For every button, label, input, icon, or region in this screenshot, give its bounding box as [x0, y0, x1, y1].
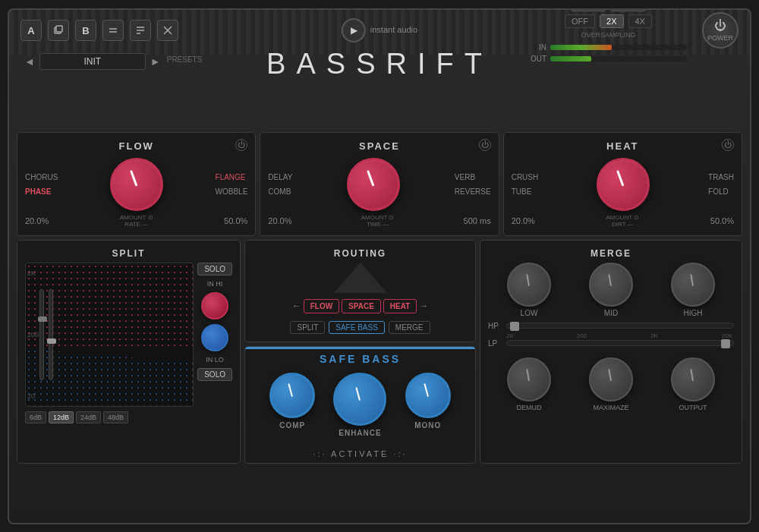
power-button[interactable]: ⏻ POWER: [702, 12, 739, 49]
flow-power-button[interactable]: ⏻: [235, 139, 247, 151]
split-content: 2K 200 20: [25, 263, 232, 407]
mid-label: MID: [604, 309, 618, 317]
top-bar: A B instant audio AGC: [9, 10, 750, 52]
lp-handle[interactable]: [721, 339, 730, 348]
hp-label: HP: [488, 322, 503, 330]
routing-safe-bass-btn[interactable]: SAFE BASS: [329, 321, 385, 334]
split-hi-knob[interactable]: [201, 292, 228, 320]
activate-label: ACTIVATE: [331, 449, 389, 458]
in-lo-label: IN LO: [206, 356, 224, 364]
tick-20k: 20K: [722, 332, 732, 339]
flow-right-pct: 50.0%: [224, 216, 247, 225]
comp-col: COMP: [269, 373, 315, 437]
clip-button[interactable]: CLIP: [610, 8, 645, 12]
routing-merge-btn[interactable]: MERGE: [389, 321, 430, 334]
comb-label: COMB: [268, 187, 292, 196]
activate-button[interactable]: ACTIVATE: [245, 445, 475, 463]
preset-btn-4[interactable]: [130, 20, 151, 41]
slider-2[interactable]: [49, 289, 53, 380]
merge-panel: MERGE LOW MID HIGH: [480, 240, 742, 464]
plugin-container: A B instant audio AGC: [8, 8, 751, 524]
mid-col: MID: [589, 263, 633, 317]
high-knob[interactable]: [671, 263, 715, 307]
heat-power-button[interactable]: ⏻: [722, 139, 734, 151]
heat-title: HEAT: [512, 140, 734, 152]
heat-dirt-label: DIRT —: [606, 221, 639, 228]
routing-arrow-left: ←: [292, 301, 301, 311]
db-12-button[interactable]: 12dB: [49, 411, 74, 423]
sampling-row: OFF 2X 4X: [565, 14, 652, 28]
in-meter-bar: [550, 45, 687, 50]
maximize-label: MAXIMAZE: [593, 404, 628, 411]
routing-triangle: [334, 263, 387, 293]
comp-knob[interactable]: [269, 373, 315, 418]
in-hi-label: IN HI: [207, 280, 223, 288]
power-label: POWER: [707, 34, 733, 42]
flow-module: FLOW ⏻ CHORUS PHASE FLANGE WOBBLE 20.0%: [17, 132, 256, 236]
routing-triangle-container: [253, 263, 468, 293]
safe-bass-title: SAFE BASS: [245, 349, 475, 369]
preset-prev-button[interactable]: ◄: [24, 55, 35, 68]
lp-slider[interactable]: [506, 340, 734, 346]
in-label: IN: [530, 43, 546, 52]
mid-knob[interactable]: [589, 263, 633, 307]
db-48-button[interactable]: 48dB: [103, 411, 128, 423]
merge-title: MERGE: [488, 248, 734, 259]
routing-split-btn[interactable]: SPLIT: [290, 321, 325, 334]
agc-button[interactable]: AGC: [571, 8, 606, 12]
preset-btn-b[interactable]: B: [75, 20, 96, 41]
preset-btn-a[interactable]: A: [20, 20, 42, 41]
flow-title: FLOW: [25, 140, 247, 152]
safe-bass-module: SAFE BASS COMP ENHANCE MONO: [244, 346, 476, 464]
demud-knob[interactable]: [507, 357, 551, 401]
slider-1[interactable]: [39, 289, 44, 380]
split-solo-lo-button[interactable]: SOLO: [197, 368, 232, 381]
slider-1-thumb[interactable]: [38, 316, 47, 322]
preset-btn-5[interactable]: [157, 20, 178, 41]
split-panel: SPLIT 2K 200 20: [17, 240, 241, 464]
preset-btn-3[interactable]: [102, 20, 124, 41]
routing-space-box[interactable]: SPACE: [342, 299, 381, 313]
heat-knob[interactable]: [597, 158, 650, 211]
space-power-button[interactable]: ⏻: [479, 139, 491, 151]
output-knob[interactable]: [671, 357, 715, 401]
routing-heat-box[interactable]: HEAT: [383, 299, 417, 313]
plugin-title: BASSRIFT: [266, 48, 493, 80]
2x-button[interactable]: 2X: [600, 14, 623, 28]
routing-arrow-right: →: [419, 301, 428, 311]
preset-name-display[interactable]: INIT: [39, 53, 146, 70]
maximize-knob[interactable]: [589, 357, 633, 401]
split-sliders: [39, 263, 53, 406]
mono-knob[interactable]: [405, 373, 451, 418]
crush-label: CRUSH: [512, 173, 539, 181]
split-solo-hi-button[interactable]: SOLO: [197, 263, 232, 275]
svg-rect-1: [56, 26, 62, 32]
split-title: SPLIT: [25, 248, 232, 259]
db-24-button[interactable]: 24dB: [76, 411, 101, 423]
4x-button[interactable]: 4X: [628, 14, 652, 28]
hp-handle[interactable]: [510, 322, 519, 331]
hp-slider[interactable]: [506, 323, 734, 329]
preset-btn-copy[interactable]: [48, 20, 69, 41]
off-button[interactable]: OFF: [565, 14, 595, 28]
flow-knob[interactable]: [110, 158, 163, 211]
mono-label: MONO: [414, 421, 441, 430]
logo-text: instant audio: [370, 25, 417, 35]
demud-col: DEMUD: [507, 357, 551, 411]
logo-icon: [342, 18, 366, 42]
chorus-label: CHORUS: [25, 173, 58, 181]
space-knob[interactable]: [347, 158, 400, 211]
routing-chain: ← FLOW SPACE HEAT →: [253, 299, 468, 313]
preset-next-button[interactable]: ►: [150, 55, 161, 68]
effects-row: FLOW ⏻ CHORUS PHASE FLANGE WOBBLE 20.0%: [17, 132, 742, 236]
split-lo-knob[interactable]: [201, 324, 228, 351]
routing-flow-box[interactable]: FLOW: [304, 299, 339, 313]
low-knob[interactable]: [507, 263, 551, 307]
center-panel: ROUTING ← FLOW SPACE HEAT →: [244, 240, 476, 464]
delay-label: DELAY: [268, 173, 292, 181]
high-col: HIGH: [671, 263, 715, 317]
presets-label: PRESETS: [167, 55, 203, 67]
enhance-knob[interactable]: [333, 373, 386, 426]
slider-2-thumb[interactable]: [47, 338, 56, 344]
db-6-button[interactable]: 6dB: [25, 411, 46, 423]
